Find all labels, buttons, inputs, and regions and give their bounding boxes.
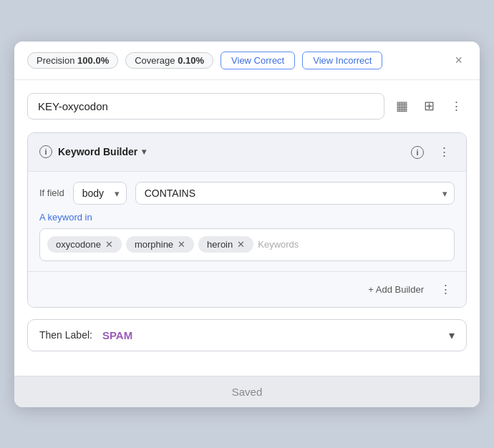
saved-button[interactable]: Saved (14, 376, 480, 407)
condition-select-wrapper: CONTAINS (135, 182, 455, 205)
keywords-box[interactable]: oxycodone ✕ morphine ✕ heroin ✕ Keywords (39, 228, 455, 261)
builder-more-button[interactable]: ⋮ (434, 142, 455, 162)
then-label-row: Then Label: SPAM ▾ (27, 319, 467, 351)
condition-row: If field body CONTAINS (28, 172, 466, 212)
table-single-icon: ▦ (396, 99, 408, 113)
field-select-wrapper: body (73, 182, 127, 205)
coverage-value: 0.10% (178, 55, 204, 66)
view-incorrect-button[interactable]: View Incorrect (302, 52, 382, 69)
builder-header: i Keyword Builder ▾ i ⋮ (28, 133, 466, 172)
builder-info-icon: i (39, 145, 52, 158)
table-multi-icon: ⊞ (424, 99, 435, 113)
precision-badge: Precision 100.0% (27, 52, 118, 69)
remove-oxycodone-button[interactable]: ✕ (104, 240, 115, 249)
add-builder-more-icon: ⋮ (440, 283, 452, 296)
table-single-icon-btn[interactable]: ▦ (392, 95, 412, 117)
precision-value: 100.0% (77, 55, 109, 66)
keyword-heroin-text: heroin (207, 239, 233, 250)
builder-info-btn[interactable]: i (407, 142, 428, 162)
more-icon: ⋮ (450, 99, 462, 113)
keywords-section: A keyword in oxycodone ✕ morphine ✕ hero… (28, 212, 466, 271)
coverage-label: Coverage (135, 55, 175, 66)
condition-select[interactable]: CONTAINS (135, 182, 455, 205)
add-builder-button[interactable]: + Add Builder (362, 281, 430, 298)
coverage-badge: Coverage 0.10% (125, 52, 213, 69)
builder-card: i Keyword Builder ▾ i ⋮ If field bo (27, 132, 467, 308)
keywords-placeholder: Keywords (258, 239, 299, 250)
keyword-morphine-text: morphine (135, 239, 173, 250)
builder-title-label: Keyword Builder (58, 146, 137, 157)
builder-header-info-icon: i (411, 146, 424, 159)
rule-more-button[interactable]: ⋮ (446, 96, 467, 117)
then-label-prefix: Then Label: (39, 329, 92, 341)
keyword-tag-oxycodone: oxycodone ✕ (47, 236, 122, 253)
keyword-oxycodone-text: oxycodone (56, 239, 101, 250)
rule-name-input[interactable] (27, 93, 384, 120)
builder-title-text: Keyword Builder ▾ (58, 146, 146, 157)
keyword-tag-morphine: morphine ✕ (126, 236, 194, 253)
builder-title-chevron: ▾ (142, 147, 146, 157)
header: Precision 100.0% Coverage 0.10% View Cor… (14, 42, 480, 80)
table-multi-icon-btn[interactable]: ⊞ (420, 95, 439, 117)
then-label-chevron: ▾ (449, 328, 455, 342)
main-panel: Precision 100.0% Coverage 0.10% View Cor… (14, 42, 480, 407)
field-select[interactable]: body (73, 182, 127, 205)
view-correct-button[interactable]: View Correct (221, 52, 295, 69)
then-label-value: SPAM (102, 329, 439, 341)
remove-morphine-button[interactable]: ✕ (176, 240, 187, 249)
keyword-tag-heroin: heroin ✕ (198, 236, 253, 253)
remove-heroin-button[interactable]: ✕ (236, 240, 246, 249)
close-button[interactable]: × (450, 52, 467, 69)
builder-more-icon: ⋮ (438, 145, 450, 159)
precision-label: Precision (37, 55, 74, 66)
add-builder-more-button[interactable]: ⋮ (435, 279, 456, 300)
rule-name-row: ▦ ⊞ ⋮ (27, 93, 467, 120)
a-keyword-label: A keyword in (39, 212, 455, 223)
panel-body: ▦ ⊞ ⋮ i Keyword Builder ▾ i (14, 80, 480, 376)
if-field-label: If field (39, 188, 64, 198)
add-builder-row: + Add Builder ⋮ (28, 271, 466, 307)
